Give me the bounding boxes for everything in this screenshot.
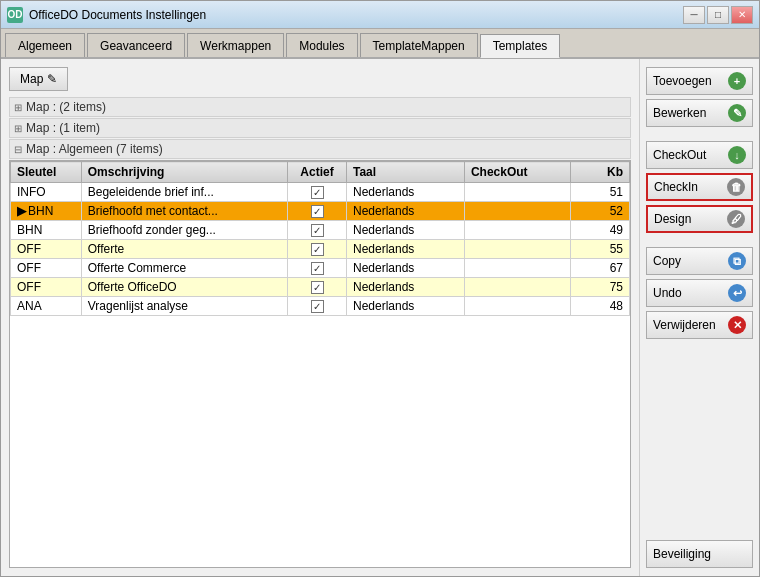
cell-omschrijving-1: Briefhoofd met contact...	[81, 202, 287, 221]
cell-omschrijving-0: Begeleidende brief inf...	[81, 183, 287, 202]
toevoegen-icon: +	[728, 72, 746, 90]
table-row[interactable]: BHNBriefhoofd zonder geg...✓Nederlands49	[11, 221, 630, 240]
map-bar: Map ✎	[9, 67, 631, 91]
tree-item-3[interactable]: ⊟ Map : Algemeen (7 items)	[9, 139, 631, 159]
design-icon: 🖊	[727, 210, 745, 228]
cell-actief-2[interactable]: ✓	[288, 221, 347, 240]
undo-label: Undo	[653, 286, 682, 300]
cell-sleutel-3: OFF	[11, 240, 82, 259]
tab-algemeen[interactable]: Algemeen	[5, 33, 85, 57]
cell-actief-1[interactable]: ✓	[288, 202, 347, 221]
cell-taal-1: Nederlands	[347, 202, 465, 221]
bewerken-label: Bewerken	[653, 106, 706, 120]
design-label: Design	[654, 212, 691, 226]
cell-actief-5[interactable]: ✓	[288, 278, 347, 297]
maximize-button[interactable]: □	[707, 6, 729, 24]
checkbox-3[interactable]: ✓	[311, 243, 324, 256]
undo-button[interactable]: Undo ↩	[646, 279, 753, 307]
cell-sleutel-6: ANA	[11, 297, 82, 316]
checkin-button[interactable]: CheckIn 🗑	[646, 173, 753, 201]
cell-sleutel-4: OFF	[11, 259, 82, 278]
toevoegen-button[interactable]: Toevoegen +	[646, 67, 753, 95]
minimize-button[interactable]: ─	[683, 6, 705, 24]
col-header-checkout: CheckOut	[464, 162, 570, 183]
cell-checkout-0	[464, 183, 570, 202]
tree-item-label-3: Map : Algemeen (7 items)	[26, 142, 163, 156]
main-panel: Map ✎ ⊞ Map : (2 items) ⊞ Map : (1 item)	[1, 59, 639, 576]
col-header-actief: Actief	[288, 162, 347, 183]
undo-icon: ↩	[728, 284, 746, 302]
bewerken-button[interactable]: Bewerken ✎	[646, 99, 753, 127]
cell-actief-3[interactable]: ✓	[288, 240, 347, 259]
cell-kb-2: 49	[571, 221, 630, 240]
copy-button[interactable]: Copy ⧉	[646, 247, 753, 275]
tab-werkmappen[interactable]: Werkmappen	[187, 33, 284, 57]
col-header-kb: Kb	[571, 162, 630, 183]
sidebar-panel: Toevoegen + Bewerken ✎ CheckOut ↓ CheckI…	[639, 59, 759, 576]
checkin-label: CheckIn	[654, 180, 698, 194]
templates-table: Sleutel Omschrijving Actief Taal CheckOu…	[10, 161, 630, 316]
cell-sleutel-1: ▶BHN	[11, 202, 82, 221]
cell-kb-1: 52	[571, 202, 630, 221]
cell-omschrijving-2: Briefhoofd zonder geg...	[81, 221, 287, 240]
tree-item-2[interactable]: ⊞ Map : (1 item)	[9, 118, 631, 138]
tab-modules[interactable]: Modules	[286, 33, 357, 57]
tab-geavanceerd[interactable]: Geavanceerd	[87, 33, 185, 57]
table-row[interactable]: OFFOfferte✓Nederlands55	[11, 240, 630, 259]
cell-actief-4[interactable]: ✓	[288, 259, 347, 278]
cell-actief-6[interactable]: ✓	[288, 297, 347, 316]
table-row[interactable]: ▶BHNBriefhoofd met contact...✓Nederlands…	[11, 202, 630, 221]
verwijderen-button[interactable]: Verwijderen ✕	[646, 311, 753, 339]
cell-omschrijving-4: Offerte Commerce	[81, 259, 287, 278]
cell-taal-0: Nederlands	[347, 183, 465, 202]
cell-checkout-1	[464, 202, 570, 221]
map-button[interactable]: Map ✎	[9, 67, 68, 91]
table-row[interactable]: ANAVragenlijst analyse✓Nederlands48	[11, 297, 630, 316]
tab-templatemappen[interactable]: TemplateMappen	[360, 33, 478, 57]
beveiliging-label: Beveiliging	[653, 547, 711, 561]
tabs-bar: Algemeen Geavanceerd Werkmappen Modules …	[1, 29, 759, 59]
checkbox-6[interactable]: ✓	[311, 300, 324, 313]
cell-kb-0: 51	[571, 183, 630, 202]
cell-sleutel-2: BHN	[11, 221, 82, 240]
cell-checkout-6	[464, 297, 570, 316]
tree-item-1[interactable]: ⊞ Map : (2 items)	[9, 97, 631, 117]
col-header-omschrijving: Omschrijving	[81, 162, 287, 183]
checkout-label: CheckOut	[653, 148, 706, 162]
cell-sleutel-0: INFO	[11, 183, 82, 202]
verwijderen-icon: ✕	[728, 316, 746, 334]
cell-omschrijving-6: Vragenlijst analyse	[81, 297, 287, 316]
title-bar: OD OfficeDO Documents Instellingen ─ □ ✕	[1, 1, 759, 29]
beveiliging-button[interactable]: Beveiliging	[646, 540, 753, 568]
cell-omschrijving-3: Offerte	[81, 240, 287, 259]
cell-checkout-3	[464, 240, 570, 259]
close-button[interactable]: ✕	[731, 6, 753, 24]
inner-content: Map ✎ ⊞ Map : (2 items) ⊞ Map : (1 item)	[1, 59, 639, 576]
table-row[interactable]: OFFOfferte Commerce✓Nederlands67	[11, 259, 630, 278]
design-button[interactable]: Design 🖊	[646, 205, 753, 233]
col-header-sleutel: Sleutel	[11, 162, 82, 183]
cell-taal-3: Nederlands	[347, 240, 465, 259]
cell-kb-3: 55	[571, 240, 630, 259]
col-header-taal: Taal	[347, 162, 465, 183]
checkout-button[interactable]: CheckOut ↓	[646, 141, 753, 169]
checkbox-5[interactable]: ✓	[311, 281, 324, 294]
expand-icon-3: ⊟	[14, 144, 22, 155]
checkbox-2[interactable]: ✓	[311, 224, 324, 237]
cell-taal-2: Nederlands	[347, 221, 465, 240]
table-row[interactable]: INFOBegeleidende brief inf...✓Nederlands…	[11, 183, 630, 202]
checkbox-0[interactable]: ✓	[311, 186, 324, 199]
checkbox-4[interactable]: ✓	[311, 262, 324, 275]
checkbox-1[interactable]: ✓	[311, 205, 324, 218]
cell-checkout-4	[464, 259, 570, 278]
expand-icon-2: ⊞	[14, 123, 22, 134]
table-row[interactable]: OFFOfferte OfficeDO✓Nederlands75	[11, 278, 630, 297]
cell-taal-5: Nederlands	[347, 278, 465, 297]
tab-templates[interactable]: Templates	[480, 34, 561, 58]
table-wrapper[interactable]: Sleutel Omschrijving Actief Taal CheckOu…	[9, 160, 631, 568]
cell-actief-0[interactable]: ✓	[288, 183, 347, 202]
copy-label: Copy	[653, 254, 681, 268]
expand-icon-1: ⊞	[14, 102, 22, 113]
table-header-row: Sleutel Omschrijving Actief Taal CheckOu…	[11, 162, 630, 183]
cell-kb-6: 48	[571, 297, 630, 316]
